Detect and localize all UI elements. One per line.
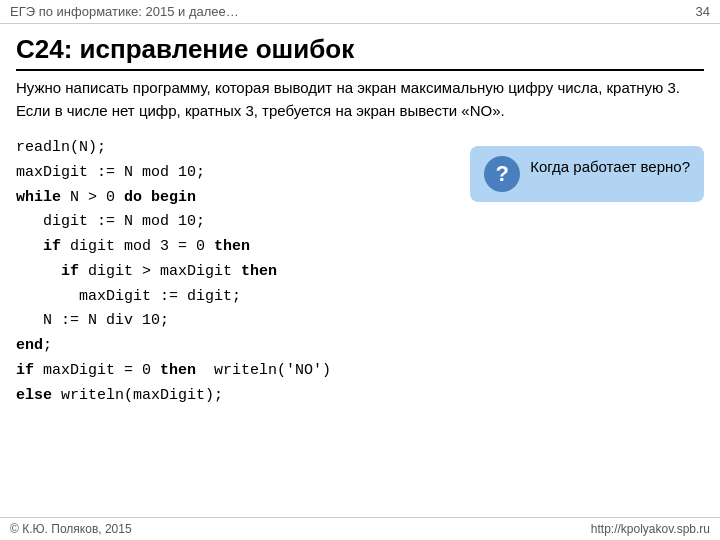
footer-author: © К.Ю. Поляков, 2015 — [10, 522, 132, 536]
code-line-2: maxDigit := N mod 10; — [16, 161, 454, 186]
keyword-else: else — [16, 387, 52, 404]
footer: © К.Ю. Поляков, 2015 http://kpolyakov.sp… — [0, 517, 720, 540]
keyword-while: while — [16, 189, 61, 206]
slide-title: С24: исправление ошибок — [16, 34, 704, 71]
keyword-then1: then — [214, 238, 250, 255]
keyword-begin: begin — [151, 189, 196, 206]
header-title: ЕГЭ по информатике: 2015 и далее… — [10, 4, 239, 19]
code-area: readln(N); maxDigit := N mod 10; while N… — [16, 136, 704, 408]
keyword-if2: if — [61, 263, 79, 280]
code-line-11: else writeln(maxDigit); — [16, 384, 454, 409]
keyword-end: end — [16, 337, 43, 354]
tooltip-text: Когда работает верно? — [530, 156, 690, 179]
code-line-4: digit := N mod 10; — [16, 210, 454, 235]
code-line-9: end; — [16, 334, 454, 359]
code-line-5: if digit mod 3 = 0 then — [16, 235, 454, 260]
keyword-then3: then — [160, 362, 196, 379]
code-line-3: while N > 0 do begin — [16, 186, 454, 211]
header-page: 34 — [696, 4, 710, 19]
code-line-8: N := N div 10; — [16, 309, 454, 334]
code-line-1: readln(N); — [16, 136, 454, 161]
keyword-if3: if — [16, 362, 34, 379]
keyword-then2: then — [241, 263, 277, 280]
code-line-10: if maxDigit = 0 then writeln('NO') — [16, 359, 454, 384]
question-mark-icon: ? — [484, 156, 520, 192]
description: Нужно написать программу, которая выводи… — [16, 77, 704, 122]
keyword-do: do — [124, 189, 142, 206]
code-line-7: maxDigit := digit; — [16, 285, 454, 310]
code-block: readln(N); maxDigit := N mod 10; while N… — [16, 136, 454, 408]
code-line-6: if digit > maxDigit then — [16, 260, 454, 285]
footer-url: http://kpolyakov.spb.ru — [591, 522, 710, 536]
keyword-if1: if — [43, 238, 61, 255]
tooltip-box: ? Когда работает верно? — [470, 146, 704, 202]
